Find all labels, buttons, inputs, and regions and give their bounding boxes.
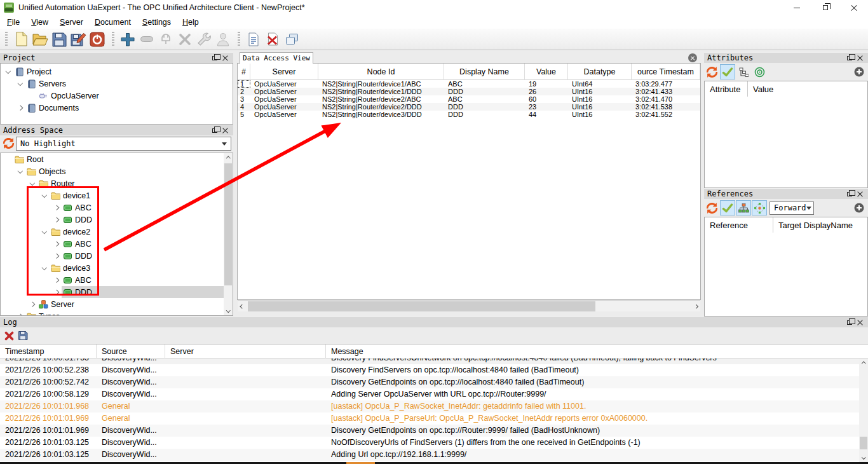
follow-references-button[interactable] xyxy=(752,200,767,215)
float-panel-icon[interactable] xyxy=(847,192,852,196)
add-attributes-button[interactable] xyxy=(854,67,864,77)
expanded-arrow-icon[interactable] xyxy=(15,83,25,85)
float-panel-icon[interactable] xyxy=(847,56,852,60)
address-space-node-device1[interactable]: device1 xyxy=(1,189,233,201)
log-row[interactable]: 2021/2/26 10:01:01.969DiscoveryWid...Dis… xyxy=(0,425,859,437)
expanded-arrow-icon[interactable] xyxy=(39,267,50,270)
highlight-target-button[interactable] xyxy=(752,64,767,79)
tab-data-access-view[interactable]: Data Access View xyxy=(240,52,313,64)
close-tab-button[interactable] xyxy=(688,53,697,62)
column-value[interactable]: Value xyxy=(748,81,867,97)
close-panel-icon[interactable] xyxy=(857,191,863,197)
auto-update-button[interactable] xyxy=(720,200,735,215)
log-column-server[interactable]: Server xyxy=(165,345,326,358)
dav-row[interactable]: 3OpcUaServerNS2|String|Router/device2/AB… xyxy=(238,95,700,103)
address-space-node-server[interactable]: Server xyxy=(1,298,233,310)
project-node-opcuaserver[interactable]: OpcUaServer xyxy=(1,90,233,102)
collapsed-arrow-icon[interactable] xyxy=(15,315,25,316)
scrollbar-thumb[interactable] xyxy=(860,437,867,449)
add-instance-button[interactable] xyxy=(282,30,301,49)
address-space-node-ddd[interactable]: DDD xyxy=(1,250,233,262)
float-panel-icon[interactable] xyxy=(212,128,217,133)
float-panel-icon[interactable] xyxy=(212,56,217,60)
close-panel-icon[interactable] xyxy=(857,320,863,325)
collapsed-arrow-icon[interactable] xyxy=(27,303,37,306)
refresh-button[interactable] xyxy=(704,200,719,215)
address-space-scrollbar[interactable] xyxy=(224,153,233,315)
log-row[interactable]: 2021/2/26 10:00:58.129DiscoveryWid...Add… xyxy=(0,388,859,400)
dav-column-display-name[interactable]: Display Name xyxy=(444,64,525,80)
highlight-filter-dropdown[interactable]: No Highlight xyxy=(16,137,231,151)
address-space-node-router[interactable]: Router xyxy=(1,177,233,189)
expanded-arrow-icon[interactable] xyxy=(27,182,37,185)
collapsed-arrow-icon[interactable] xyxy=(51,206,62,210)
address-space-node-root[interactable]: Root xyxy=(1,153,233,165)
dav-column-num[interactable]: # xyxy=(238,64,250,80)
log-row[interactable]: 2021/2/26 10:00:52.238DiscoveryWid...Dis… xyxy=(0,364,859,376)
column-target-displayname[interactable]: Target DisplayName xyxy=(773,217,867,233)
dav-row[interactable]: 1OpcUaServerNS2|String|Router/device1/AB… xyxy=(238,80,700,88)
column-attribute[interactable]: Attribute xyxy=(705,81,748,97)
new-project-button[interactable] xyxy=(11,30,31,49)
restore-button[interactable] xyxy=(811,0,839,15)
log-row[interactable]: 2021/2/26 10:01:01.968General[uastack] O… xyxy=(0,400,859,413)
collapsed-arrow-icon[interactable] xyxy=(51,242,62,246)
menu-settings[interactable]: Settings xyxy=(137,18,177,27)
log-row[interactable]: 2021/2/26 10:00:52.742DiscoveryWid...Dis… xyxy=(0,376,859,388)
reference-direction-dropdown[interactable]: Forward xyxy=(770,201,814,215)
refresh-button[interactable] xyxy=(704,64,719,79)
minimize-button[interactable] xyxy=(782,0,811,15)
disconnect-button[interactable] xyxy=(175,30,194,49)
log-row[interactable]: 2021/2/26 10:01:03.125DiscoveryWid...NoO… xyxy=(0,437,859,449)
address-space-node-ddd[interactable]: DDD xyxy=(1,214,233,226)
dav-row[interactable]: 2OpcUaServerNS2|String|Router/device1/DD… xyxy=(238,88,700,95)
address-space-node-device3[interactable]: device3 xyxy=(1,262,233,274)
dav-column-ource-timestam[interactable]: ource Timestam xyxy=(632,64,700,80)
project-node-servers[interactable]: Servers xyxy=(1,78,233,90)
address-space-node-abc[interactable]: ABC xyxy=(1,274,233,286)
log-row[interactable]: 2021/2/26 10:00:51.755DiscoveryWid...Dis… xyxy=(0,358,859,364)
open-project-button[interactable] xyxy=(31,30,50,49)
log-scrollbar[interactable] xyxy=(859,358,868,462)
save-project-button[interactable] xyxy=(50,30,69,49)
close-panel-icon[interactable] xyxy=(222,128,228,133)
collapsed-arrow-icon[interactable] xyxy=(15,106,25,110)
log-column-timestamp[interactable]: Timestamp xyxy=(0,345,97,358)
menu-view[interactable]: View xyxy=(25,18,54,27)
add-references-button[interactable] xyxy=(854,203,864,213)
dav-column-datatype[interactable]: Datatype xyxy=(568,64,632,80)
project-node-documents[interactable]: Documents xyxy=(1,102,233,114)
dav-column-value[interactable]: Value xyxy=(525,64,568,80)
collapsed-arrow-icon[interactable] xyxy=(51,218,62,222)
address-space-node-abc[interactable]: ABC xyxy=(1,201,233,214)
address-space-node-ddd[interactable]: DDD xyxy=(1,286,233,298)
dav-column-server[interactable]: Server xyxy=(250,64,318,80)
add-document-button[interactable] xyxy=(244,30,263,49)
address-space-node-device2[interactable]: device2 xyxy=(1,226,233,238)
clear-log-button[interactable] xyxy=(4,331,14,341)
expanded-arrow-icon[interactable] xyxy=(39,231,50,233)
close-button[interactable] xyxy=(839,0,868,15)
log-row[interactable]: 2021/2/26 10:01:01.969General[uastack] O… xyxy=(0,413,859,425)
address-space-node-types[interactable]: Types xyxy=(1,310,233,316)
menu-help[interactable]: Help xyxy=(177,18,205,27)
dav-column-node-id[interactable]: Node Id xyxy=(318,64,444,80)
remove-server-button[interactable] xyxy=(137,30,156,49)
project-node-project[interactable]: Project xyxy=(1,65,233,78)
expanded-arrow-icon[interactable] xyxy=(15,170,25,173)
dav-row[interactable]: 4OpcUaServerNS2|String|Router/device2/DD… xyxy=(238,103,700,111)
address-space-node-abc[interactable]: ABC xyxy=(1,238,233,250)
collapsed-arrow-icon[interactable] xyxy=(51,278,62,282)
collapse-tree-button[interactable] xyxy=(736,64,751,79)
menu-file[interactable]: File xyxy=(1,18,25,27)
address-space-node-objects[interactable]: Objects xyxy=(1,165,233,177)
save-project-as-button[interactable] xyxy=(69,30,88,49)
quit-button[interactable] xyxy=(88,30,107,49)
add-server-button[interactable] xyxy=(118,30,137,49)
menu-server[interactable]: Server xyxy=(54,18,89,27)
expanded-arrow-icon[interactable] xyxy=(3,71,13,73)
connect-button[interactable] xyxy=(156,30,175,49)
auto-update-button[interactable] xyxy=(720,64,735,79)
log-column-message[interactable]: Message xyxy=(326,345,868,358)
change-user-button[interactable] xyxy=(214,30,233,49)
